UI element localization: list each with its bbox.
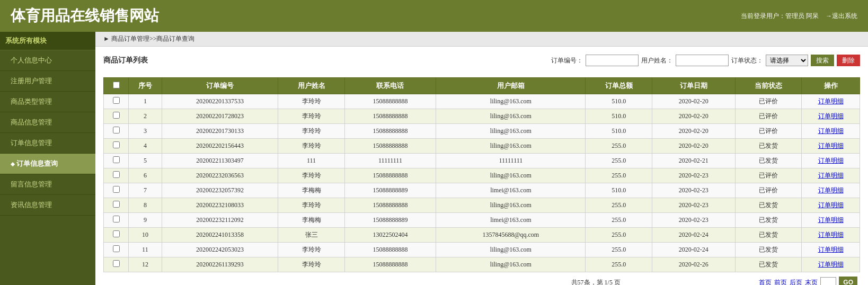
row-checkbox[interactable] [104,228,129,243]
row-num: 2 [129,109,162,124]
row-username: 李梅梅 [278,183,344,198]
status-select[interactable]: 请选择 已评价 已发货 待处理 [766,55,808,66]
table-row: 5 202002211303497 111 11111111 11111111 … [104,154,860,168]
sidebar-item-news[interactable]: 资讯信息管理 [0,195,95,216]
row-select-checkbox[interactable] [113,141,120,148]
row-select-checkbox[interactable] [113,171,120,178]
search-button[interactable]: 搜索 [811,55,834,66]
row-action-link[interactable]: 订单明细 [802,243,860,257]
main-content: ► 商品订单管理>>商品订单查询 商品订单列表 订单编号： 用户姓名： 订单状态… [95,32,868,285]
order-no-input[interactable] [586,55,639,66]
row-checkbox[interactable] [104,213,129,228]
row-action-link[interactable]: 订单明细 [802,183,860,198]
row-action-link[interactable]: 订单明细 [802,228,860,243]
row-total: 510.0 [586,109,652,124]
breadcrumb-arrow: ► [103,35,111,42]
row-total: 255.0 [586,168,652,183]
row-select-checkbox[interactable] [113,97,120,104]
go-button[interactable]: GO [839,277,857,285]
row-num: 12 [129,257,162,272]
row-date: 2020-02-21 [652,154,735,168]
row-select-checkbox[interactable] [113,112,120,119]
table-row: 12 202002261139293 李玲玲 15088888888 lilin… [104,257,860,272]
row-action-link[interactable]: 订单明细 [802,109,860,124]
sidebar-item-orders[interactable]: 订单信息管理 [0,133,95,154]
row-checkbox[interactable] [104,243,129,257]
sidebar-item-users[interactable]: 注册用户管理 [0,71,95,92]
row-status: 已评价 [735,109,801,124]
first-page-link[interactable]: 首页 [759,278,772,286]
row-total: 510.0 [586,94,652,109]
row-email: liling@163.com [436,243,586,257]
page-input[interactable] [820,277,836,285]
row-username: 李玲玲 [278,243,344,257]
row-checkbox[interactable] [104,257,129,272]
row-orderid: 202002201730133 [162,124,278,139]
row-action-link[interactable]: 订单明细 [802,213,860,228]
row-date: 2020-02-23 [652,213,735,228]
breadcrumb-text: 商品订单管理>>商品订单查询 [111,35,195,42]
row-select-checkbox[interactable] [113,216,120,222]
prev-page-link[interactable]: 前页 [774,278,787,286]
row-action-link[interactable]: 订单明细 [802,94,860,109]
sidebar-item-category[interactable]: 商品类型管理 [0,92,95,112]
next-page-link[interactable]: 后页 [790,278,802,286]
row-select-checkbox[interactable] [113,127,120,133]
username-input[interactable] [676,55,729,66]
row-status: 已发货 [735,243,801,257]
row-num: 4 [129,139,162,154]
th-date: 订单日期 [652,78,735,94]
logout-link[interactable]: →退出系统 [826,12,857,20]
table-row: 2 202002201728023 李玲玲 15088888888 liling… [104,109,860,124]
order-table: 序号 订单编号 用户姓名 联系电话 用户邮箱 订单总额 订单日期 当前状态 操作… [103,77,860,272]
last-page-link[interactable]: 末页 [805,278,818,286]
row-date: 2020-02-20 [652,124,735,139]
row-select-checkbox[interactable] [113,230,120,237]
row-orderid: 202002261139293 [162,257,278,272]
row-checkbox[interactable] [104,139,129,154]
row-select-checkbox[interactable] [113,156,120,163]
table-row: 1 202002201337533 李玲玲 15088888888 liling… [104,94,860,109]
row-num: 1 [129,94,162,109]
sidebar-item-products[interactable]: 商品信息管理 [0,112,95,133]
sidebar-item-personal[interactable]: 个人信息中心 [0,50,95,71]
row-action-link[interactable]: 订单明细 [802,257,860,272]
delete-button[interactable]: 删除 [837,55,860,66]
row-select-checkbox[interactable] [113,260,120,267]
row-checkbox[interactable] [104,183,129,198]
row-email: liling@163.com [436,109,586,124]
select-all-checkbox[interactable] [113,82,120,88]
table-row: 6 202002232036563 李玲玲 15088888888 liling… [104,168,860,183]
row-checkbox[interactable] [104,124,129,139]
row-checkbox[interactable] [104,109,129,124]
row-orderid: 202002232108033 [162,198,278,213]
row-phone: 15088888889 [344,213,436,228]
row-checkbox[interactable] [104,94,129,109]
row-select-checkbox[interactable] [113,245,120,252]
row-action-link[interactable]: 订单明细 [802,198,860,213]
pagination-nav: 首页 前页 后页 末页 GO [759,277,857,285]
th-status: 当前状态 [735,78,801,94]
row-phone: 15088888888 [344,109,436,124]
th-checkbox [104,78,129,94]
row-select-checkbox[interactable] [113,186,120,193]
content-area: 商品订单列表 订单编号： 用户姓名： 订单状态： 请选择 已评价 已发货 待处理… [95,47,868,285]
row-total: 255.0 [586,257,652,272]
row-action-link[interactable]: 订单明细 [802,154,860,168]
row-action-link[interactable]: 订单明细 [802,139,860,154]
row-checkbox[interactable] [104,198,129,213]
header-user-section: 当前登录用户：管理员 阿呆 →退出系统 [741,12,857,21]
row-date: 2020-02-23 [652,198,735,213]
th-action: 操作 [802,78,860,94]
section-title: 商品订单列表 [103,56,148,65]
row-orderid: 202002241013358 [162,228,278,243]
row-action-link[interactable]: 订单明细 [802,168,860,183]
row-email: liling@163.com [436,198,586,213]
pagination: 共57条，第 1/5 页 首页 前页 后页 末页 GO [103,272,860,285]
row-checkbox[interactable] [104,154,129,168]
sidebar-item-order-query[interactable]: 订单信息查询 [0,154,95,174]
sidebar-item-messages[interactable]: 留言信息管理 [0,174,95,195]
row-checkbox[interactable] [104,168,129,183]
row-select-checkbox[interactable] [113,201,120,208]
row-action-link[interactable]: 订单明细 [802,124,860,139]
